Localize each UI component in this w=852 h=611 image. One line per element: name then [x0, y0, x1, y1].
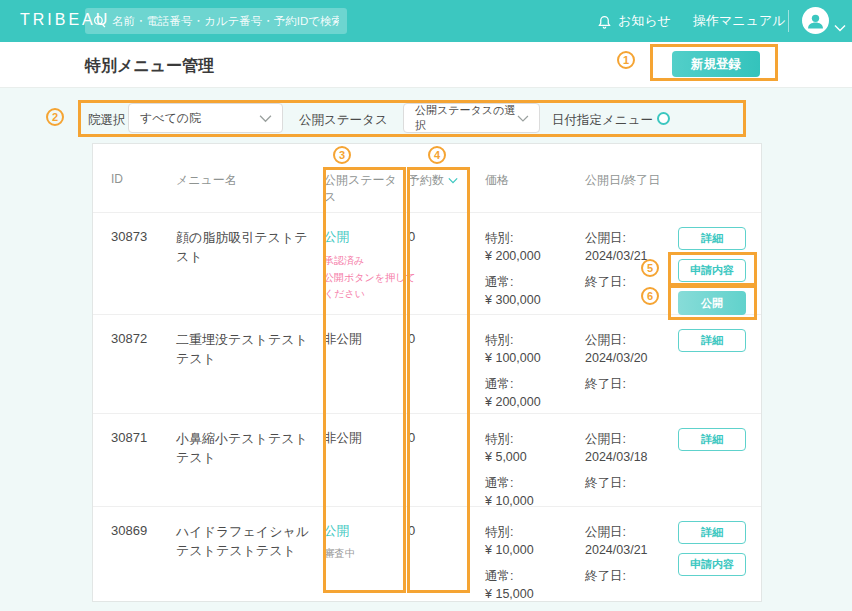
table-header-row: ID メニュー名 公開ステータス 予約数 価格 公開日/終了日	[93, 144, 761, 212]
menu-table: ID メニュー名 公開ステータス 予約数 価格 公開日/終了日 30873 顔の…	[92, 143, 762, 602]
cell-dates: 公開日:2024/03/18 終了日:	[571, 414, 661, 511]
cell-reservations: 0	[408, 213, 471, 315]
cell-menu-name: 小鼻縮小テストテストテスト	[176, 414, 324, 511]
cell-id: 30873	[111, 213, 176, 315]
global-search[interactable]	[85, 8, 347, 34]
cell-price: 特別:¥ 5,000 通常:¥ 10,000	[471, 414, 571, 511]
header-reservations-sort[interactable]: 予約数	[408, 172, 458, 189]
status-badge: 公開	[324, 523, 408, 540]
manual-link[interactable]: 操作マニュアル	[693, 0, 786, 42]
clinic-select[interactable]: すべての院	[128, 103, 283, 133]
topbar-divider	[788, 10, 789, 32]
header-id: ID	[111, 144, 176, 212]
clinic-select-label: 院選択	[88, 112, 126, 129]
header-dates: 公開日/終了日	[571, 144, 661, 212]
status-note: 審査中	[324, 547, 408, 561]
cell-price: 特別:¥ 10,000 通常:¥ 15,000	[471, 507, 571, 604]
detail-button[interactable]: 詳細	[678, 329, 746, 352]
sort-chevron-down-icon	[448, 177, 458, 184]
status-select-label: 公開ステータス	[299, 112, 388, 129]
cell-reservations: 0	[408, 507, 471, 604]
cell-id: 30872	[111, 315, 176, 413]
date-menu-label: 日付指定メニュー	[552, 112, 653, 129]
cell-menu-name: 二重埋没テストテストテスト	[176, 315, 324, 413]
cell-price: 特別:¥ 200,000 通常:¥ 300,000	[471, 213, 571, 315]
header-reservations-label: 予約数	[408, 172, 444, 189]
table-row: 30869 ハイドラフェイシャルテストテストテスト 公開 審査中 0 特別:¥ …	[93, 506, 761, 601]
filter-bar: 院選択 すべての院 公開ステータス 公開ステータスの選択 日付指定メニュー	[0, 88, 852, 143]
notifications-label: お知らせ	[618, 12, 671, 30]
chevron-down-icon	[834, 24, 846, 32]
cell-id: 30869	[111, 507, 176, 604]
detail-button[interactable]: 詳細	[678, 227, 746, 250]
header-menu-name: メニュー名	[176, 144, 324, 212]
cell-dates: 公開日:2024/03/21 終了日:	[571, 507, 661, 604]
application-button[interactable]: 申請内容	[678, 259, 746, 282]
user-avatar[interactable]	[802, 7, 829, 34]
detail-button[interactable]: 詳細	[678, 428, 746, 451]
search-icon	[93, 15, 106, 28]
bell-icon	[597, 14, 612, 29]
application-button[interactable]: 申請内容	[678, 553, 746, 576]
table-row: 30871 小鼻縮小テストテストテスト 非公開 0 特別:¥ 5,000 通常:…	[93, 413, 761, 506]
table-row: 30872 二重埋没テストテストテスト 非公開 0 特別:¥ 100,000 通…	[93, 314, 761, 413]
manual-label: 操作マニュアル	[693, 12, 786, 30]
user-icon	[805, 10, 826, 31]
cell-reservations: 0	[408, 315, 471, 413]
page-title: 特別メニュー管理	[85, 56, 214, 77]
publish-button[interactable]: 公開	[678, 291, 746, 315]
date-menu-radio[interactable]	[657, 112, 670, 125]
title-bar: 特別メニュー管理 新規登録	[0, 42, 852, 88]
header-status: 公開ステータス	[324, 144, 408, 212]
status-badge: 非公開	[324, 430, 408, 447]
new-registration-button[interactable]: 新規登録	[672, 51, 760, 77]
chevron-down-icon	[517, 114, 529, 123]
cell-menu-name: ハイドラフェイシャルテストテストテスト	[176, 507, 324, 604]
clinic-select-value: すべての院	[140, 110, 201, 127]
cell-dates: 公開日:2024/03/21 終了日:	[571, 213, 661, 315]
cell-id: 30871	[111, 414, 176, 511]
cell-reservations: 0	[408, 414, 471, 511]
status-select-value: 公開ステータスの選択	[415, 103, 517, 133]
chevron-down-icon	[259, 114, 272, 123]
search-input[interactable]	[112, 15, 339, 27]
cell-dates: 公開日:2024/03/20 終了日:	[571, 315, 661, 413]
account-menu-chevron[interactable]	[834, 18, 846, 36]
status-badge: 公開	[324, 229, 408, 246]
cell-menu-name: 顔の脂肪吸引テストテスト	[176, 213, 324, 315]
notifications-link[interactable]: お知らせ	[597, 0, 671, 42]
status-select[interactable]: 公開ステータスの選択	[403, 103, 540, 133]
table-row: 30873 顔の脂肪吸引テストテスト 公開 承認済み公開ボタンを押してください …	[93, 212, 761, 314]
detail-button[interactable]: 詳細	[678, 521, 746, 544]
top-navigation-bar: TRIBEAU お知らせ 操作マニュアル	[0, 0, 852, 42]
status-badge: 非公開	[324, 331, 408, 348]
header-price: 価格	[471, 144, 571, 212]
cell-price: 特別:¥ 100,000 通常:¥ 200,000	[471, 315, 571, 413]
